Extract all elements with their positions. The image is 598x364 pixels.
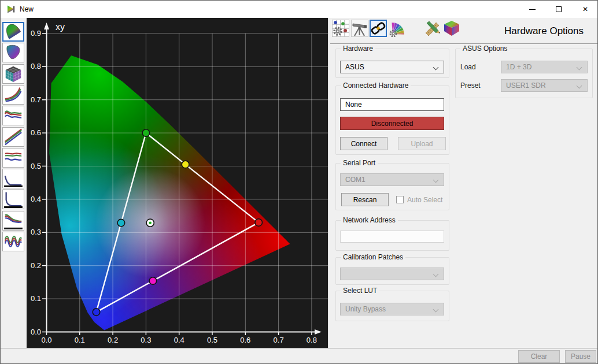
cie-xy-icon <box>3 23 23 40</box>
sidebar-item-cie-upvp[interactable] <box>2 43 24 62</box>
svg-text:0.4: 0.4 <box>174 336 184 344</box>
chevron-down-icon <box>433 177 439 183</box>
upload-button[interactable]: Upload <box>398 137 446 150</box>
luminance-curves-icon <box>3 107 23 124</box>
hardware-select-value: ASUS <box>345 63 364 71</box>
preset-label: Preset <box>460 81 481 90</box>
cie-upvp-icon <box>3 44 23 61</box>
rescan-button[interactable]: Rescan <box>341 193 389 206</box>
chevron-down-icon <box>577 83 582 89</box>
svg-text:0.8: 0.8 <box>307 336 317 344</box>
toolbar-item-color-cube[interactable] <box>443 20 460 37</box>
histogram-low-icon <box>3 170 23 187</box>
color-cube-icon <box>443 20 460 37</box>
svg-text:0.3: 0.3 <box>141 336 151 344</box>
toolbar-item-probe-tripod[interactable] <box>351 20 368 37</box>
drift-curves-icon <box>3 212 23 229</box>
noise-waves-icon <box>3 233 23 250</box>
response-drop-icon <box>3 191 23 208</box>
svg-text:0.6: 0.6 <box>240 336 250 344</box>
sidebar-item-cie-xy[interactable] <box>2 22 24 42</box>
hardware-group: Hardware ASUS <box>335 49 449 78</box>
load-select[interactable]: 1D + 3D <box>501 61 588 73</box>
close-icon: ✕ <box>582 6 588 13</box>
chevron-down-icon <box>433 272 439 277</box>
titlebar: New ✕ <box>1 1 598 18</box>
eotf-curves-icon <box>3 86 23 103</box>
cie-chromaticity-chart: 0.00.10.20.30.40.50.60.70.80.90.00.10.20… <box>27 18 328 348</box>
calibration-patches-select[interactable] <box>340 268 444 280</box>
preset-value: USER1 SDR <box>506 81 546 90</box>
statusbar: Clear Pause <box>1 348 598 364</box>
chevron-down-icon <box>433 65 439 70</box>
hardware-link-icon <box>371 21 386 36</box>
connection-status-badge: Disconnected <box>340 117 444 130</box>
svg-text:0.2: 0.2 <box>108 336 118 344</box>
sidebar-item-drift-curves[interactable] <box>2 211 24 231</box>
connected-hardware-field[interactable]: None <box>340 98 444 111</box>
connected-hardware-group: Connected Hardware None Disconnected Con… <box>335 86 449 155</box>
sidebar-item-noise-waves[interactable] <box>2 232 24 251</box>
toolbar-item-hardware-link[interactable] <box>370 20 387 37</box>
svg-text:xy: xy <box>56 22 65 32</box>
maximize-icon <box>556 6 562 12</box>
close-button[interactable]: ✕ <box>572 1 598 18</box>
svg-text:0.1: 0.1 <box>75 336 85 344</box>
toolbar-separator <box>330 43 598 44</box>
gamut-settings-icon <box>389 20 406 37</box>
auto-select-checkbox[interactable] <box>396 196 404 203</box>
network-address-field[interactable] <box>340 231 444 243</box>
chevron-down-icon <box>577 65 582 70</box>
probe-tripod-icon <box>351 20 368 37</box>
svg-text:0.0: 0.0 <box>41 336 51 344</box>
network-address-group-label: Network Address <box>341 216 398 224</box>
toolbar-item-gamut-settings[interactable] <box>389 20 406 37</box>
profile-patches-icon <box>332 20 349 37</box>
serial-port-group-label: Serial Port <box>341 159 378 167</box>
sidebar-item-eotf-curves[interactable] <box>2 85 24 105</box>
svg-text:0.2: 0.2 <box>31 261 41 270</box>
sidebar-item-histogram-low[interactable] <box>2 169 24 188</box>
svg-text:0.8: 0.8 <box>31 62 41 70</box>
select-lut-select[interactable]: Unity Bypass <box>340 303 444 315</box>
lut-cube-icon <box>3 65 23 83</box>
maximize-button[interactable] <box>545 1 572 18</box>
select-lut-value: Unity Bypass <box>345 305 386 313</box>
hardware-options-panel: Hardware Options Hardware ASUS Connected… <box>328 18 598 348</box>
load-value: 1D + 3D <box>506 63 531 71</box>
pause-button[interactable]: Pause <box>565 350 596 363</box>
clear-button[interactable]: Clear <box>518 350 560 363</box>
chevron-down-icon <box>433 307 439 313</box>
sidebar-item-luminance-curves[interactable] <box>2 106 24 125</box>
connection-status-text: Disconnected <box>371 120 414 128</box>
minimize-icon <box>529 9 536 10</box>
calibration-patches-group: Calibration Patches <box>335 257 449 285</box>
connected-hardware-group-label: Connected Hardware <box>341 81 411 90</box>
svg-text:0.7: 0.7 <box>31 95 41 104</box>
sidebar-item-response-drop[interactable] <box>2 190 24 209</box>
hardware-select[interactable]: ASUS <box>340 61 444 73</box>
svg-text:0.6: 0.6 <box>31 128 41 137</box>
hardware-group-label: Hardware <box>341 44 375 53</box>
toolbar-item-edit-tools[interactable] <box>424 20 441 37</box>
sidebar-item-rgb-balance[interactable] <box>2 127 24 147</box>
toolbar-item-profile-patches[interactable] <box>332 20 349 37</box>
rgb-balance-icon <box>3 128 23 146</box>
svg-text:0.7: 0.7 <box>274 336 284 344</box>
sidebar-item-rgb-separation[interactable] <box>2 148 24 168</box>
app-logo-icon <box>6 5 16 14</box>
sidebar-item-lut-cube[interactable] <box>2 64 24 84</box>
asus-options-group: ASUS Options Load 1D + 3D Preset USER1 S… <box>455 49 593 98</box>
load-label: Load <box>460 63 476 71</box>
app-window: New ✕ <box>0 0 598 364</box>
chart-type-sidebar <box>1 18 27 348</box>
svg-text:0.0: 0.0 <box>31 328 41 336</box>
window-controls: ✕ <box>519 1 598 18</box>
svg-text:0.5: 0.5 <box>31 162 41 170</box>
serial-port-select[interactable]: COM1 <box>340 173 444 186</box>
minimize-button[interactable] <box>519 1 545 18</box>
svg-text:0.9: 0.9 <box>31 29 41 38</box>
preset-select[interactable]: USER1 SDR <box>501 79 588 92</box>
connect-button[interactable]: Connect <box>340 137 387 150</box>
svg-text:0.3: 0.3 <box>31 228 41 236</box>
